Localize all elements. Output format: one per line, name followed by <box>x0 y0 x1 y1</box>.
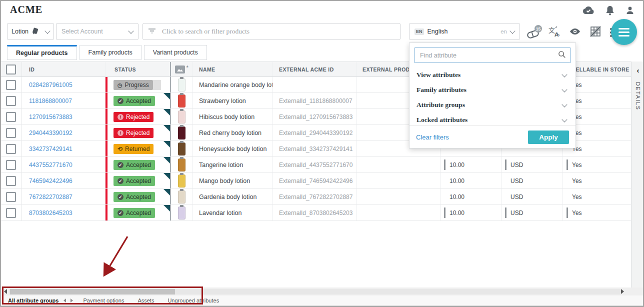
table-row: 8703802645203✓AcceptedLavendar lotionExt… <box>0 205 632 221</box>
status-cell: !Rejected <box>106 125 170 140</box>
column-header-name[interactable]: NAME <box>193 62 273 76</box>
product-type-value: Lotion <box>12 28 28 35</box>
chevron-down-icon <box>562 86 567 92</box>
product-id-link[interactable]: 8703802645203 <box>29 210 72 216</box>
filter-section-label: View attributes <box>416 71 460 79</box>
external-acme-id: ExternalId_4437552771670 <box>279 162 352 168</box>
notifications-bell-icon[interactable] <box>605 5 615 16</box>
product-id-link[interactable]: 3342737429141 <box>29 146 72 152</box>
filter-section-attribute-groups[interactable]: Attribute groups <box>410 98 576 112</box>
status-label: Accepted <box>126 162 151 168</box>
completeness-capsule-icon[interactable]: 15 <box>527 27 540 38</box>
swatch-icon <box>31 27 39 36</box>
product-id-link[interactable]: 0284287961005 <box>29 82 72 88</box>
row-checkbox[interactable] <box>6 208 16 218</box>
filter-section-family-attributes[interactable]: Family attributes <box>410 82 576 98</box>
product-name: Honeysuckle body lotion <box>199 146 267 152</box>
sellable-value: Yes <box>572 194 582 200</box>
status-badge: ✓Accepted <box>114 192 155 202</box>
attribute-search-field[interactable] <box>414 48 570 63</box>
column-header-status[interactable]: STATUS <box>106 62 170 76</box>
column-header-image[interactable]: * <box>170 62 193 76</box>
column-header-id[interactable]: ID <box>22 62 106 76</box>
group-prev-icon[interactable] <box>64 298 66 302</box>
status-badge-extension <box>153 80 161 90</box>
chevron-down-icon <box>128 28 134 34</box>
locked-marker <box>505 208 506 218</box>
product-search[interactable] <box>142 23 400 40</box>
row-checkbox[interactable] <box>6 192 16 202</box>
currency-value: USD <box>510 178 523 184</box>
product-id-link[interactable]: 2940443390192 <box>29 130 72 136</box>
status-badge: ✓Accepted <box>114 96 155 106</box>
product-id-link[interactable]: 4437552771670 <box>29 162 72 168</box>
column-header-external-acme-id[interactable]: EXTERNAL ACME ID <box>273 62 356 76</box>
filter-section-label: Family attributes <box>416 86 466 94</box>
status-label: Accepted <box>126 98 151 104</box>
scrollbar-track[interactable] <box>9 289 621 294</box>
unsaved-corner-marker <box>164 205 170 212</box>
status-rejected-icon: ! <box>118 130 124 136</box>
row-checkbox[interactable] <box>6 144 16 154</box>
product-id-link[interactable]: 7672822702887 <box>29 194 72 200</box>
row-checkbox[interactable] <box>6 96 16 106</box>
table-row: 4437552771670✓AcceptedTangerine lotionEx… <box>0 157 632 173</box>
main-menu-fab[interactable] <box>611 19 637 45</box>
group-tab-all-attribute-groups[interactable]: All attribute groups <box>8 298 58 304</box>
row-checkbox[interactable] <box>6 160 16 170</box>
language-select[interactable]: EN English en <box>409 23 520 40</box>
row-checkbox[interactable] <box>6 128 16 138</box>
preview-eye-icon[interactable] <box>569 27 581 38</box>
group-next-icon[interactable] <box>70 298 73 302</box>
clear-filters-link[interactable]: Clear filters <box>416 134 449 141</box>
price-value: 10.00 <box>450 194 464 200</box>
sellable-value: Yes <box>572 178 582 184</box>
translate-icon[interactable]: 文A <box>548 26 560 39</box>
details-rail[interactable]: ‹ DETAILS <box>631 62 644 288</box>
product-name: Lavendar lotion <box>199 210 242 216</box>
group-tab-ungrouped-attributes[interactable]: Ungrouped attributes <box>168 298 219 304</box>
annotation-arrow <box>75 228 155 288</box>
group-tab-assets[interactable]: Assets <box>138 298 154 304</box>
scrollbar-thumb[interactable] <box>10 289 175 294</box>
group-tab-payment-options[interactable]: Payment options <box>83 298 124 304</box>
external-acme-id: ExternalId_1181868800007 <box>279 98 352 104</box>
account-select[interactable]: Select Account <box>56 23 138 40</box>
table-off-icon[interactable] <box>590 26 602 39</box>
status-accepted-icon: ✓ <box>118 178 124 184</box>
apply-button[interactable]: Apply <box>528 130 569 144</box>
chevron-down-icon <box>44 28 50 34</box>
tab-regular-products[interactable]: Regular products <box>7 45 77 60</box>
account-placeholder: Select Account <box>62 28 103 35</box>
product-id-link[interactable]: 7465942422496 <box>29 178 72 184</box>
row-checkbox[interactable] <box>6 112 16 122</box>
user-icon[interactable] <box>625 5 635 16</box>
product-id-link[interactable]: 1181868800007 <box>29 98 72 104</box>
product-id-link[interactable]: 1270915673883 <box>29 114 72 120</box>
scroll-left-icon[interactable] <box>4 289 7 294</box>
chevron-left-icon[interactable]: ‹ <box>637 66 640 74</box>
chevron-down-icon <box>562 72 567 77</box>
horizontal-scrollbar[interactable] <box>1 288 643 296</box>
search-input[interactable] <box>161 27 395 36</box>
locked-marker <box>444 208 446 218</box>
scroll-right-icon[interactable] <box>621 289 624 294</box>
tab-family-products[interactable]: Family products <box>80 45 142 60</box>
table-row: 7672822702887✓AcceptedGardenia body loti… <box>0 189 632 205</box>
external-acme-id: ExternalId_8703802645203 <box>279 210 352 216</box>
locked-marker <box>444 160 446 170</box>
row-checkbox[interactable] <box>6 80 16 90</box>
status-label: Accepted <box>126 178 151 184</box>
attribute-search-input[interactable] <box>419 52 558 60</box>
product-type-select[interactable]: Lotion <box>7 23 54 40</box>
tab-variant-products[interactable]: Variant products <box>144 45 207 60</box>
cloud-sync-icon[interactable] <box>582 5 595 16</box>
select-all-checkbox[interactable] <box>6 64 16 74</box>
unsaved-corner-marker <box>164 173 170 180</box>
attribute-filter-panel: View attributesFamily attributesAttribut… <box>409 42 576 148</box>
row-checkbox[interactable] <box>6 176 16 186</box>
unsaved-corner-marker <box>164 93 170 100</box>
locked-marker <box>505 160 506 170</box>
filter-section-view-attributes[interactable]: View attributes <box>410 68 576 82</box>
status-rejected-icon: ! <box>118 114 124 120</box>
